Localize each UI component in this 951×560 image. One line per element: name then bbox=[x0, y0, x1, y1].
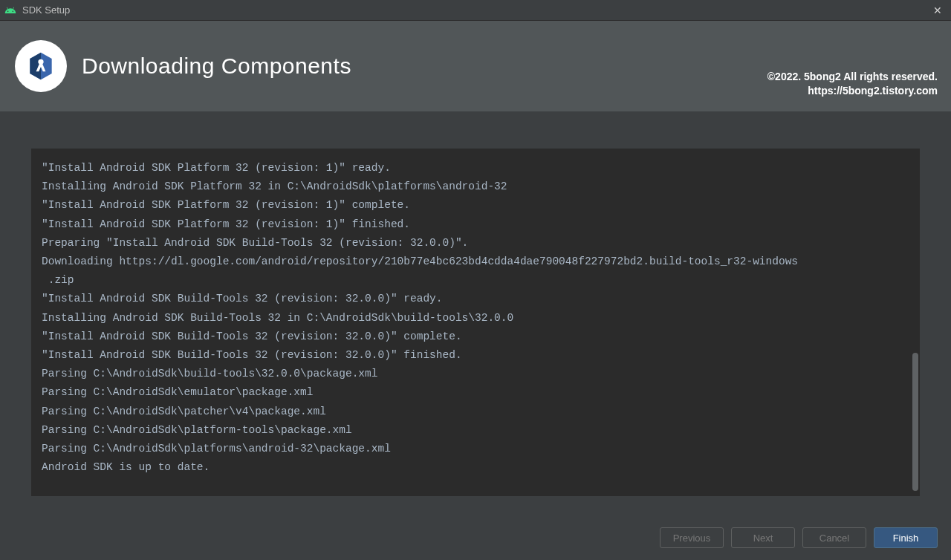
copyright-line-1: ©2022. 5bong2 All rights reserved. bbox=[767, 70, 938, 84]
footer-buttons: Previous Next Cancel Finish bbox=[0, 515, 951, 560]
previous-button: Previous bbox=[660, 527, 724, 548]
cancel-button: Cancel bbox=[802, 527, 866, 548]
copyright-text: ©2022. 5bong2 All rights reserved. https… bbox=[767, 70, 938, 98]
copyright-line-2: https://5bong2.tistory.com bbox=[767, 84, 938, 98]
log-text: "Install Android SDK Platform 32 (revisi… bbox=[42, 159, 914, 477]
scrollbar-thumb[interactable] bbox=[912, 353, 918, 491]
close-icon[interactable]: ✕ bbox=[929, 3, 947, 18]
titlebar: SDK Setup ✕ bbox=[0, 0, 951, 21]
finish-button[interactable]: Finish bbox=[874, 527, 938, 548]
log-output[interactable]: "Install Android SDK Platform 32 (revisi… bbox=[31, 149, 920, 496]
content-area: "Install Android SDK Platform 32 (revisi… bbox=[0, 111, 951, 515]
window-title: SDK Setup bbox=[22, 4, 929, 16]
page-title: Downloading Components bbox=[82, 53, 351, 79]
header-banner: Downloading Components ©2022. 5bong2 All… bbox=[0, 21, 951, 111]
android-icon bbox=[4, 4, 16, 16]
next-button: Next bbox=[731, 527, 795, 548]
android-studio-logo-icon bbox=[15, 40, 67, 92]
